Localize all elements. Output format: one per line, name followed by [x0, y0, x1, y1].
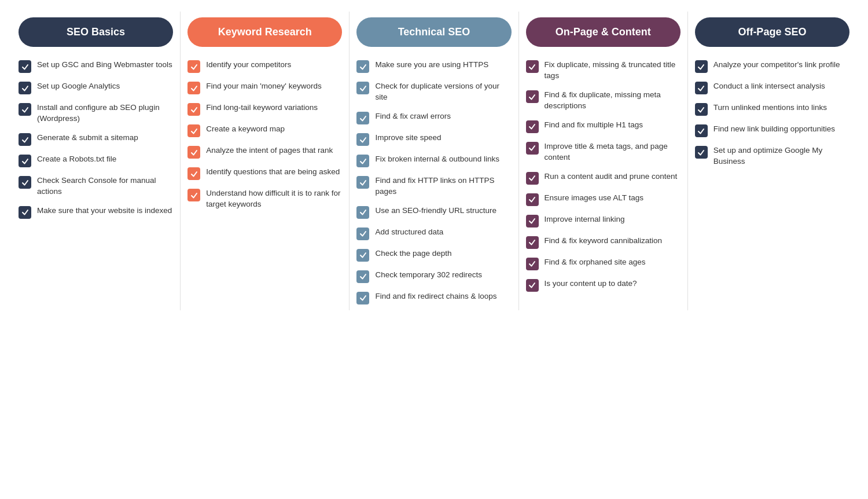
item-text: Check for duplicate versions of your sit… — [375, 81, 511, 103]
checkbox-icon — [526, 142, 539, 155]
checkbox-icon — [526, 236, 539, 249]
item-text: Identify questions that are being asked — [206, 167, 340, 178]
item-text: Add structured data — [375, 227, 443, 238]
list-item: Install and configure ab SEO plugin (Wor… — [19, 102, 173, 124]
checkbox-icon — [526, 90, 539, 103]
list-item: Check Search Console for manual actions — [19, 175, 173, 197]
checklist-offpage: Analyze your competitor's link profile C… — [695, 60, 849, 167]
checkbox-icon — [526, 258, 539, 270]
checkbox-icon — [356, 60, 369, 73]
item-text: Ensure images use ALT tags — [545, 193, 643, 204]
item-text: Check the page depth — [375, 248, 451, 259]
column-keyword: Keyword Research Identify your competito… — [181, 12, 350, 310]
list-item: Create a Robots.txt file — [19, 154, 173, 167]
list-item: Find and fix redirect chains & loops — [356, 291, 511, 304]
item-text: Find and fix multiple H1 tags — [545, 120, 643, 131]
checkbox-icon — [187, 167, 200, 180]
list-item: Find your main 'money' keywords — [187, 81, 342, 94]
checkbox-icon — [356, 292, 369, 304]
list-item: Find new link building opportunities — [695, 124, 849, 137]
checkbox-icon — [695, 103, 708, 116]
item-text: Analyze your competitor's link profile — [713, 60, 840, 71]
checkbox-icon — [356, 206, 369, 219]
list-item: Generate & submit a sitemap — [19, 133, 173, 146]
list-item: Run a content audit and prune content — [526, 171, 681, 185]
item-text: Find & fix duplicate, missing meta descr… — [545, 90, 681, 112]
checkbox-icon — [695, 60, 708, 73]
item-text: Install and configure ab SEO plugin (Wor… — [37, 102, 173, 124]
checkbox-icon — [356, 112, 369, 124]
item-text: Run a content audit and prune content — [545, 171, 678, 182]
item-text: Set up and optimize Google My Business — [713, 145, 849, 167]
checkbox-icon — [526, 120, 539, 133]
item-text: Generate & submit a sitemap — [37, 133, 138, 144]
list-item: Fix broken internal & outbound links — [356, 154, 511, 167]
item-text: Set up GSC and Bing Webmaster tools — [37, 60, 172, 71]
list-item: Make sure you are using HTTPS — [356, 60, 511, 73]
item-text: Find new link building opportunities — [713, 124, 835, 135]
item-text: Turn unlinked mentions into links — [713, 102, 827, 113]
checkbox-icon — [19, 103, 31, 116]
checkbox-icon — [526, 60, 539, 73]
checkbox-icon — [19, 206, 31, 219]
checkbox-icon — [187, 103, 200, 116]
list-item: Find and fix multiple H1 tags — [526, 120, 681, 133]
item-text: Improve site speed — [375, 133, 441, 144]
list-item: Ensure images use ALT tags — [526, 193, 681, 206]
checkbox-icon — [19, 82, 31, 94]
list-item: Check temporary 302 redirects — [356, 270, 511, 283]
list-item: Create a keyword map — [187, 124, 342, 137]
checkbox-icon — [695, 146, 708, 159]
item-text: Find your main 'money' keywords — [206, 81, 321, 92]
list-item: Set up GSC and Bing Webmaster tools — [19, 60, 173, 73]
list-item: Check the page depth — [356, 248, 511, 262]
list-item: Make sure that your website is indexed — [19, 206, 173, 219]
item-text: Make sure you are using HTTPS — [375, 60, 488, 71]
list-item: Identify your competitors — [187, 60, 342, 73]
list-item: Set up Google Analytics — [19, 81, 173, 94]
list-item: Improve title & meta tags, and page cont… — [526, 141, 681, 163]
checkbox-icon — [526, 172, 539, 185]
checkbox-icon — [19, 133, 31, 146]
column-header-onpage: On-Page & Content — [526, 17, 681, 47]
list-item: Understand how difficult it is to rank f… — [187, 188, 342, 210]
checkbox-icon — [356, 155, 369, 167]
item-text: Is your content up to date? — [545, 278, 637, 289]
list-item: Find and fix HTTP links on HTTPS pages — [356, 175, 511, 197]
checkbox-icon — [356, 228, 369, 240]
list-item: Analyze the intent of pages that rank — [187, 145, 342, 159]
checkbox-icon — [356, 82, 369, 94]
list-item: Identify questions that are being asked — [187, 167, 342, 180]
checkbox-icon — [187, 146, 200, 159]
list-item: Set up and optimize Google My Business — [695, 145, 849, 167]
column-header-technical: Technical SEO — [356, 17, 511, 47]
column-onpage: On-Page & Content Fix duplicate, missing… — [519, 12, 688, 310]
list-item: Find & fix duplicate, missing meta descr… — [526, 90, 681, 112]
column-technical: Technical SEO Make sure you are using HT… — [350, 12, 518, 310]
item-text: Use an SEO-friendly URL structure — [375, 206, 496, 217]
list-item: Add structured data — [356, 227, 511, 240]
list-item: Find long-tail keyword variations — [187, 102, 342, 116]
checkbox-icon — [187, 82, 200, 94]
list-item: Is your content up to date? — [526, 278, 681, 292]
list-item: Analyze your competitor's link profile — [695, 60, 849, 73]
list-item: Find & fix crawl errors — [356, 111, 511, 124]
item-text: Create a keyword map — [206, 124, 285, 135]
item-text: Improve internal linking — [545, 214, 625, 225]
checkbox-icon — [695, 82, 708, 94]
checklist-onpage: Fix duplicate, missing & truncated title… — [526, 60, 681, 291]
checkbox-icon — [526, 193, 539, 206]
checkbox-icon — [19, 176, 31, 189]
checkbox-icon — [356, 133, 369, 146]
checkbox-icon — [187, 124, 200, 137]
column-header-offpage: Off-Page SEO — [695, 17, 849, 47]
checkbox-icon — [356, 249, 369, 262]
list-item: Find & fix orphaned site ages — [526, 257, 681, 270]
seo-checklist-board: SEO Basics Set up GSC and Bing Webmaster… — [12, 12, 856, 310]
checkbox-icon — [19, 155, 31, 167]
item-text: Understand how difficult it is to rank f… — [206, 188, 342, 210]
item-text: Analyze the intent of pages that rank — [206, 145, 333, 156]
list-item: Use an SEO-friendly URL structure — [356, 206, 511, 219]
checklist-technical: Make sure you are using HTTPS Check for … — [356, 60, 511, 304]
item-text: Identify your competitors — [206, 60, 291, 71]
